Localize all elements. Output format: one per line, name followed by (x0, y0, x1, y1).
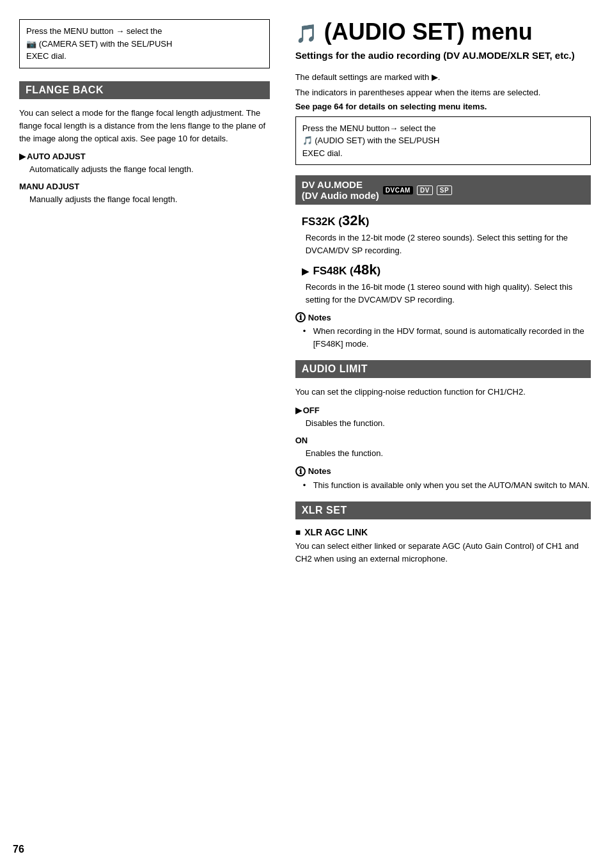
audio-limit-header: AUDIO LIMIT (295, 360, 591, 378)
fs32k-heading: FS32K (32k) (295, 212, 591, 229)
camera-icon: 📷 (26, 39, 36, 49)
audio-icon: 🎵 (302, 136, 313, 145)
dv-note-item: When recording in the HDV format, sound … (308, 325, 591, 350)
xlr-agc-link-description: You can select either linked or separate… (295, 540, 591, 565)
auto-adjust-description: Automatically adjusts the flange focal l… (19, 163, 270, 176)
page-subtitle: Settings for the audio recording (DV AU.… (295, 49, 591, 62)
off-description: Disables the function. (295, 417, 591, 430)
dv-badge: DV (417, 185, 433, 195)
right-column: 🎵 (AUDIO SET) menu Settings for the audi… (283, 13, 597, 855)
audio-limit-notes-heading: ℹ Notes (295, 466, 591, 477)
see-page-text: See page 64 for details on selecting men… (295, 102, 591, 111)
audio-instruction-line3: EXEC dial. (302, 148, 343, 158)
music-notes-icon: 🎵 (295, 24, 318, 43)
audio-limit-body: You can set the clipping-noise reduction… (295, 386, 591, 398)
off-heading: OFF (295, 406, 591, 415)
fs32k-description: Records in the 12-bit mode (2 stereo sou… (295, 232, 591, 256)
left-column: Press the MENU button → select the 📷 (CA… (13, 13, 283, 855)
dv-notes-list: When recording in the HDV format, sound … (295, 325, 591, 350)
flange-back-header: FLANGE BACK (19, 81, 270, 99)
audio-instruction-line1: Press the MENU button→ select the (302, 123, 436, 133)
instruction-text-line2: (CAMERA SET) with the SEL/PUSH (39, 39, 173, 49)
fs48k-heading: FS48K (48k) (295, 262, 591, 278)
xlr-agc-link-heading: XLR AGC LINK (295, 527, 591, 537)
audio-set-instruction-box: Press the MENU button→ select the 🎵 (AUD… (295, 116, 591, 166)
fs48k-description: Records in the 16-bit mode (1 stereo sou… (295, 281, 591, 306)
dvcam-badge: DVCAM (383, 186, 413, 194)
flange-back-body: You can select a mode for the flange foc… (19, 107, 270, 145)
manu-adjust-heading: MANU ADJUST (19, 182, 270, 191)
audio-note-item: This function is available only when you… (308, 479, 591, 492)
xlr-set-header: XLR SET (295, 501, 591, 519)
dv-notes-heading: ℹ Notes (295, 312, 591, 322)
dv-au-mode-header: DV AU.MODE (DV Audio mode) DVCAM DV SP (295, 175, 591, 205)
audio-instruction-line2: (AUDIO SET) with the SEL/PUSH (315, 136, 439, 145)
audio-limit-notes-list: This function is available only when you… (295, 479, 591, 492)
dv-mode-title: DV AU.MODE (DV Audio mode) (302, 179, 379, 201)
on-heading: ON (295, 436, 591, 445)
auto-adjust-heading: AUTO ADJUST (19, 152, 270, 161)
notes-icon: ℹ (295, 312, 306, 322)
default-text2: The indicators in parentheses appear whe… (295, 86, 591, 99)
audio-notes-icon: ℹ (295, 466, 306, 477)
sp-badge: SP (437, 185, 452, 195)
instruction-text-line1: Press the MENU button → select the (26, 26, 162, 36)
page-number: 76 (13, 844, 24, 855)
camera-set-instruction-box: Press the MENU button → select the 📷 (CA… (19, 19, 270, 68)
on-description: Enables the function. (295, 447, 591, 460)
page-title: 🎵 (AUDIO SET) menu (295, 19, 591, 45)
instruction-text-line3: EXEC dial. (26, 51, 66, 61)
default-text1: The default settings are marked with ▶. (295, 71, 591, 84)
manu-adjust-description: Manually adjusts the flange focal length… (19, 193, 270, 206)
